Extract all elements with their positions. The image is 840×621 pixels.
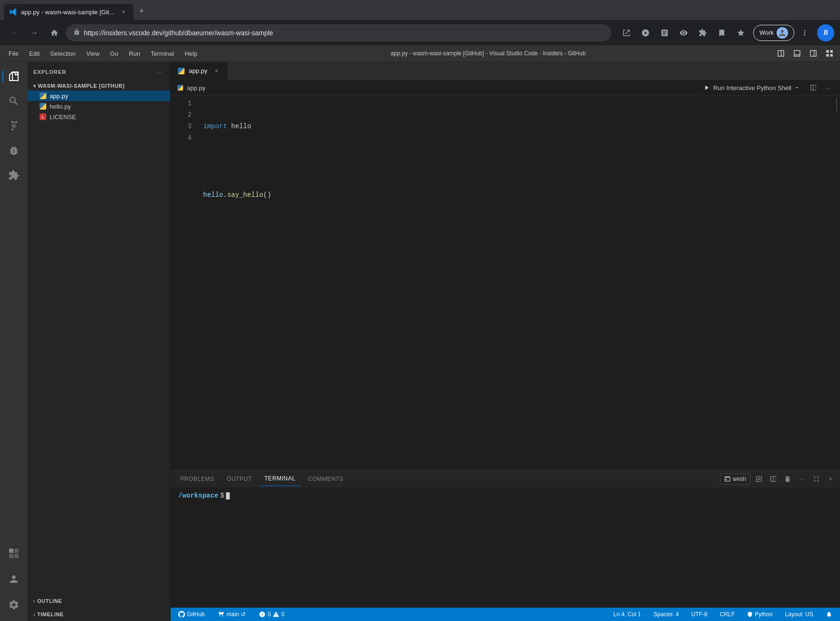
favorites-btn[interactable] (713, 24, 730, 41)
panel-tab-output[interactable]: OUTPUT (221, 472, 258, 486)
editor-toolbar-row: app.py Run Interactive Python Shell ··· (171, 80, 840, 96)
editor-tab-close[interactable]: × (212, 67, 221, 75)
status-spaces[interactable]: Spaces: 4 (651, 610, 682, 619)
svg-rect-2 (826, 54, 829, 57)
primary-sidebar-toggle[interactable] (774, 47, 788, 60)
status-language[interactable]: Python (744, 610, 775, 619)
menu-go[interactable]: Go (105, 48, 123, 59)
vscode-app: File Edit Selection View Go Run Terminal… (0, 45, 840, 621)
status-encoding[interactable]: UTF-8 (688, 610, 710, 619)
status-ln-col[interactable]: Ln 4, Col 1 (611, 610, 644, 619)
menu-terminal[interactable]: Terminal (146, 48, 179, 59)
more-actions-btn[interactable] (796, 24, 813, 41)
browser-tabs: app.py - wasm-wasi-sample [Git… × + (0, 0, 840, 20)
more-panel-actions-btn[interactable]: ··· (796, 473, 808, 485)
browser-tab-close[interactable]: × (119, 8, 128, 16)
back-button[interactable]: ← (6, 24, 23, 41)
activity-extensions[interactable] (2, 164, 25, 187)
run-interactive-python-btn[interactable]: Run Interactive Python Shell (699, 82, 804, 93)
panel-maximize-btn[interactable] (810, 473, 822, 485)
file-icon-license: L (39, 113, 47, 121)
editor-tab-apppy[interactable]: app.py × (171, 62, 228, 80)
panel-tab-terminal[interactable]: TERMINAL (258, 471, 301, 486)
forward-button[interactable]: → (26, 24, 43, 41)
activity-search[interactable] (2, 90, 25, 112)
outline-header[interactable]: › OUTLINE (28, 596, 170, 606)
more-editor-actions-btn[interactable]: ··· (823, 82, 834, 93)
activity-bar (0, 62, 28, 621)
terminal-content[interactable]: /workspace $ (171, 488, 840, 608)
panel-tabs: PROBLEMS OUTPUT TERMINAL COMMENTS wesh (171, 470, 840, 488)
panel-toggle[interactable] (790, 47, 804, 60)
browser-chrome: app.py - wasm-wasi-sample [Git… × + ← → … (0, 0, 840, 45)
file-item-license[interactable]: L LICENSE (28, 112, 170, 122)
menu-run[interactable]: Run (124, 48, 145, 59)
immersive-reader-btn[interactable] (675, 24, 692, 41)
sidebar-header-actions: ··· (154, 67, 164, 77)
secondary-sidebar-toggle[interactable] (807, 47, 820, 60)
file-icon-hellopy (39, 102, 47, 110)
editor-scrollbar[interactable] (833, 96, 840, 469)
activity-account[interactable] (2, 568, 25, 590)
activity-settings[interactable] (2, 593, 25, 616)
code-content[interactable]: import hello hello.say_hello() (195, 96, 833, 469)
customize-layout-btn[interactable] (823, 47, 836, 60)
terminal-cursor (226, 492, 230, 499)
svg-rect-6 (14, 549, 19, 553)
menu-selection[interactable]: Selection (45, 48, 80, 59)
browser-tab-title: app.py - wasm-wasi-sample [Git… (21, 9, 115, 16)
browser-actions: Work B (618, 24, 834, 41)
menu-file[interactable]: File (4, 48, 23, 59)
activity-source-control[interactable] (2, 114, 25, 137)
file-item-apppy[interactable]: app.py (28, 91, 170, 101)
extensions-btn[interactable] (694, 24, 711, 41)
svg-rect-0 (826, 50, 829, 52)
status-errors[interactable]: 0 0 (256, 610, 287, 619)
tab-search-btn[interactable] (618, 24, 635, 41)
file-item-hellopy[interactable]: hello.py (28, 101, 170, 112)
menu-view[interactable]: View (82, 48, 104, 59)
favorites-bar-btn[interactable] (732, 24, 749, 41)
menu-edit[interactable]: Edit (24, 48, 44, 59)
new-terminal-btn[interactable] (753, 473, 765, 485)
status-line-ending[interactable]: CRLF (717, 610, 738, 619)
address-bar[interactable]: https://insiders.vscode.dev/github/dbaeu… (66, 24, 611, 41)
sidebar-more-actions[interactable]: ··· (154, 67, 164, 77)
kill-terminal-btn[interactable] (782, 473, 793, 485)
timeline-header[interactable]: › TIMELINE (28, 610, 170, 619)
active-browser-tab[interactable]: app.py - wasm-wasi-sample [Git… × (4, 4, 133, 20)
panel-tab-comments[interactable]: COMMENTS (302, 472, 349, 486)
activity-bottom (2, 541, 25, 621)
status-warnings-count: 0 (281, 611, 285, 618)
activity-remote[interactable] (2, 542, 25, 565)
status-branch[interactable]: main ↺ (215, 610, 248, 619)
status-layout[interactable]: Layout: US (782, 610, 816, 619)
tab-py-icon (177, 67, 185, 75)
activity-explorer[interactable] (2, 65, 25, 88)
menu-help[interactable]: Help (180, 48, 202, 59)
panel-close-btn[interactable]: × (825, 473, 836, 485)
sidebar: EXPLORER ··· ▾ WASM-WASI-SAMPLE [GITHUB]… (28, 62, 171, 621)
split-editor-btn[interactable] (808, 82, 819, 93)
sync-icon: ↺ (241, 611, 246, 618)
activity-debug[interactable] (2, 139, 25, 162)
svg-rect-7 (9, 554, 13, 558)
shell-selector[interactable]: wesh (720, 473, 750, 485)
status-notification[interactable] (823, 610, 835, 619)
panel-tab-problems[interactable]: PROBLEMS (174, 472, 220, 486)
sidebar-header: EXPLORER ··· (28, 62, 170, 81)
profile-button[interactable]: Work (753, 25, 794, 41)
project-section-header[interactable]: ▾ WASM-WASI-SAMPLE [GITHUB] (28, 81, 170, 91)
breadcrumb-text: app.py (187, 84, 205, 92)
svg-rect-1 (830, 50, 833, 52)
reader-mode-btn[interactable] (656, 24, 673, 41)
new-tab-button[interactable]: + (134, 4, 149, 18)
browser-nav: ← → https://insiders.vscode.dev/github/d… (0, 20, 840, 45)
svg-rect-3 (830, 54, 833, 57)
home-button[interactable] (46, 24, 63, 41)
profile-pic-btn[interactable] (637, 24, 654, 41)
status-github[interactable]: GitHub (175, 610, 207, 619)
file-tree: app.py hello.py L LICENSE (28, 91, 170, 122)
copilot-button[interactable]: B (817, 24, 834, 41)
split-terminal-btn[interactable] (768, 473, 779, 485)
